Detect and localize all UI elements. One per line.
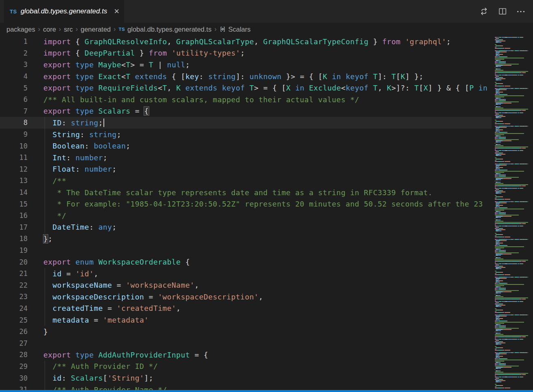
breadcrumb-item[interactable]: TSglobal.db.types.generated.ts: [118, 26, 211, 33]
code-token: [400, 37, 405, 46]
line-number[interactable]: 7: [0, 107, 28, 115]
line-number[interactable]: 19: [0, 246, 28, 254]
line-number[interactable]: 26: [0, 327, 28, 336]
code-line[interactable]: 10 Boolean: boolean;: [0, 140, 492, 152]
breadcrumb-item[interactable]: core: [43, 26, 56, 33]
code-area[interactable]: 1import { GraphQLResolveInfo, GraphQLSca…: [0, 36, 492, 390]
code-line[interactable]: 22 workspaceName = 'workspaceName',: [0, 279, 492, 291]
line-number[interactable]: 17: [0, 223, 28, 231]
code-token: * For example: "1985-04-12T23:20:50.52Z"…: [43, 200, 483, 208]
code-line[interactable]: 20export enum WorkspaceOrderable {: [0, 256, 492, 268]
minimap[interactable]: [492, 36, 533, 390]
line-number[interactable]: 25: [0, 316, 28, 324]
line-number[interactable]: 6: [0, 95, 28, 103]
line-number[interactable]: 9: [0, 130, 28, 138]
code-line[interactable]: 18};: [0, 233, 492, 245]
code-line[interactable]: 14 * The DateTime scalar type represents…: [0, 187, 492, 198]
line-number[interactable]: 14: [0, 188, 28, 196]
code-line[interactable]: 25 metadata = 'metadata': [0, 314, 492, 326]
minimap-line: [495, 285, 531, 286]
code-line[interactable]: 17 DateTime: any;: [0, 222, 492, 233]
code-line[interactable]: 27: [0, 337, 492, 349]
code-token: createdTime: [53, 304, 103, 312]
code-line[interactable]: 7export type Scalars = {: [0, 106, 492, 117]
code-line[interactable]: 21 id = 'id',: [0, 268, 492, 280]
line-number[interactable]: 29: [0, 362, 28, 370]
code-text: workspaceName = 'workspaceName',: [43, 281, 199, 289]
minimap-line: [495, 167, 531, 168]
code-token: ;: [117, 130, 121, 139]
minimap-line: [495, 279, 531, 280]
code-line[interactable]: 6/** All built-in and custom scalars, ma…: [0, 94, 492, 106]
code-line[interactable]: 16 */: [0, 210, 492, 222]
line-number[interactable]: 1: [0, 37, 28, 45]
minimap-line: [495, 97, 531, 97]
minimap-line: [495, 37, 531, 38]
line-number[interactable]: 12: [0, 165, 28, 173]
code-line[interactable]: 8 ID: string;: [0, 117, 492, 129]
code-line[interactable]: 13 /**: [0, 175, 492, 187]
line-number[interactable]: 22: [0, 281, 28, 289]
breadcrumb-item[interactable]: packages: [6, 26, 35, 33]
tab-global-db-types-generated[interactable]: TS global.db.types.generated.ts ×: [4, 0, 124, 23]
line-number[interactable]: 15: [0, 200, 28, 208]
code-line[interactable]: 1import { GraphQLResolveInfo, GraphQLSca…: [0, 36, 492, 47]
breadcrumb-item[interactable]: src: [64, 26, 73, 33]
line-number[interactable]: 28: [0, 351, 28, 359]
minimap-line: [495, 172, 531, 173]
code-line[interactable]: 29 /** Auth Provider ID */: [0, 361, 492, 373]
code-line[interactable]: 5export type RequireFields<T, K extends …: [0, 82, 492, 94]
minimap-line: [495, 117, 531, 118]
minimap-line: [495, 372, 531, 373]
code-line[interactable]: 11 Int: number;: [0, 152, 492, 164]
tab-close-icon[interactable]: ×: [114, 7, 119, 16]
line-number[interactable]: 20: [0, 258, 28, 266]
minimap-line: [495, 239, 531, 240]
code-line[interactable]: 4export type Exact<T extends { [key: str…: [0, 71, 492, 82]
line-number[interactable]: 4: [0, 72, 28, 80]
breadcrumb-item[interactable]: Scalars: [219, 26, 251, 33]
line-number[interactable]: 31: [0, 386, 28, 390]
code-line[interactable]: 3export type Maybe<T> = T | null;: [0, 59, 492, 71]
minimap-line: [495, 213, 531, 214]
code-token: T: [126, 72, 130, 81]
line-number[interactable]: 27: [0, 339, 28, 347]
line-number[interactable]: 8: [0, 118, 28, 127]
minimap-line: [495, 92, 531, 93]
code-line[interactable]: 31 /** Auth Provider Name */: [0, 384, 492, 390]
minimap-line: [495, 123, 531, 124]
code-line[interactable]: 23 workspaceDescription = 'workspaceDesc…: [0, 291, 492, 303]
line-number[interactable]: 10: [0, 142, 28, 150]
code-line[interactable]: 9 String: string;: [0, 129, 492, 140]
minimap-line: [495, 94, 531, 95]
line-number[interactable]: 21: [0, 269, 28, 278]
code-line[interactable]: 26}: [0, 326, 492, 338]
code-line[interactable]: 19: [0, 245, 492, 256]
breadcrumb-item[interactable]: generated: [81, 26, 111, 33]
code-token: unknown: [249, 72, 282, 81]
line-number[interactable]: 18: [0, 235, 28, 243]
line-number[interactable]: 23: [0, 293, 28, 301]
code-line[interactable]: 2import { DeepPartial } from 'utility-ty…: [0, 47, 492, 59]
code-line[interactable]: 24 createdTime = 'createdTime',: [0, 303, 492, 314]
open-changes-icon[interactable]: [477, 4, 491, 18]
line-number[interactable]: 3: [0, 60, 28, 69]
minimap-line: [495, 358, 531, 359]
more-actions-icon[interactable]: ···: [514, 4, 528, 18]
line-number[interactable]: 16: [0, 211, 28, 220]
line-number[interactable]: 24: [0, 304, 28, 312]
split-editor-icon[interactable]: [496, 4, 509, 18]
code-line[interactable]: 12 Float: number;: [0, 164, 492, 175]
code-line[interactable]: 28export type AddAuthProviderInput = {: [0, 349, 492, 361]
code-line[interactable]: 30 id: Scalars['String'];: [0, 372, 492, 384]
code-line[interactable]: 15 * For example: "1985-04-12T23:20:50.5…: [0, 198, 492, 210]
code-token: }: [43, 235, 48, 243]
line-number[interactable]: 30: [0, 374, 28, 382]
line-number[interactable]: 11: [0, 153, 28, 162]
line-number[interactable]: 13: [0, 177, 28, 185]
line-number[interactable]: 2: [0, 49, 28, 57]
line-number[interactable]: 5: [0, 84, 28, 92]
code-token: keyof: [222, 84, 245, 92]
minimap-line: [495, 73, 531, 74]
indent-guide: [45, 140, 45, 152]
